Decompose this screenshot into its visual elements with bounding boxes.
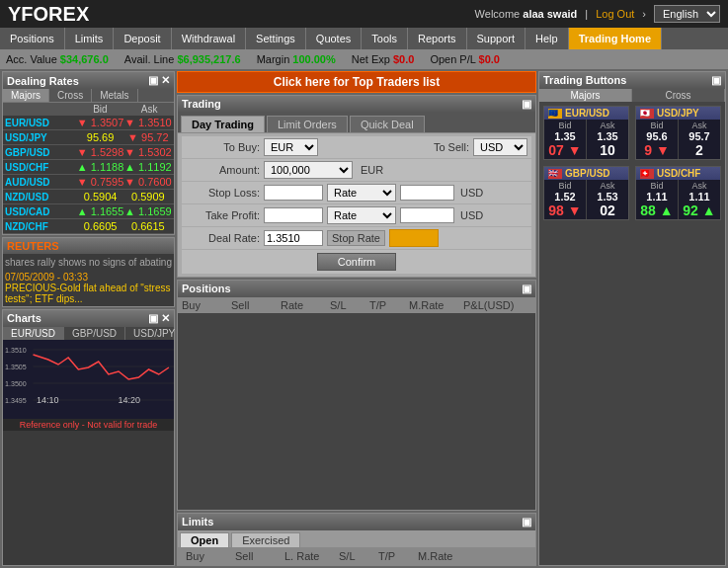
nav-positions[interactable]: Positions (0, 28, 65, 49)
chart-note: Reference only - Not valid for trade (3, 419, 174, 431)
usdjpy-bid-sub: 9 ▼ (637, 142, 677, 158)
eurusd-bid-label: Bid (545, 121, 585, 130)
deal-rate-label: Deal Rate: (186, 232, 260, 244)
tb-tab-cross[interactable]: Cross (632, 89, 725, 102)
deal-rate-row: Deal Rate: Stop Rate (182, 227, 531, 249)
stop-loss-value[interactable] (400, 185, 454, 201)
trading-header: Trading ▣ (178, 96, 535, 113)
gbpusd-ask-main: 1.53 (588, 191, 627, 203)
col-buy: Buy (182, 299, 221, 311)
pair-button-usdjpy[interactable]: 🇯🇵 USD/JPY Bid 95.6 9 ▼ Ask 95.7 2 (635, 106, 721, 160)
eurusd-flag: 🇪🇺 (548, 109, 562, 119)
positions-header: Positions ▣ (178, 281, 535, 297)
stop-loss-input[interactable] (264, 185, 323, 201)
limits-tab-open[interactable]: Open (180, 532, 229, 547)
tb-controls: ▣ (711, 74, 721, 87)
col-tp: T/P (369, 299, 399, 311)
to-buy-select[interactable]: EUR (264, 138, 318, 156)
pair-button-eurusd[interactable]: 🇪🇺 EUR/USD Bid 1.35 07 ▼ Ask 1.35 10 (543, 106, 629, 160)
tab-limit-orders[interactable]: Limit Orders (267, 116, 348, 132)
eurusd-ask-sub: 10 (588, 142, 627, 158)
take-profit-input[interactable] (264, 207, 323, 223)
username: alaa swaid (523, 8, 577, 20)
usdjpy-ask-main: 95.7 (680, 130, 719, 142)
col-sl: S/L (330, 299, 360, 311)
rate-row-audusd[interactable]: AUD/USD ▼ 0.7595 ▼ 0.7600 (3, 175, 174, 190)
limits-tab-exercised[interactable]: Exercised (231, 532, 300, 547)
pair-button-gbpusd[interactable]: 🇬🇧 GBP/USD Bid 1.52 98 ▼ Ask 1.53 02 (543, 166, 629, 220)
rate-row-eurusd[interactable]: EUR/USD ▼ 1.3507 ▼ 1.3510 (3, 116, 174, 130)
eurusd-ask-main: 1.35 (588, 130, 627, 142)
chart-tabs: EUR/USD GBP/USD USD/JPY (3, 327, 174, 340)
lcol-sell: Sell (235, 550, 275, 562)
header: YFOREX Welcome alaa swaid | Log Out › En… (0, 0, 728, 28)
tab-day-trading[interactable]: Day Trading (181, 116, 265, 132)
main-content: Dealing Rates ▣ ✕ Majors Cross Metals Bi… (0, 69, 728, 568)
stop-loss-rate-select[interactable]: Rate (327, 184, 396, 202)
rate-row-usdcad[interactable]: USD/CAD ▲ 1.1655 ▲ 1.1659 (3, 204, 174, 219)
center-panel: Click here for Top Traders list Trading … (177, 71, 536, 566)
usdchf-pair-label: USD/CHF (657, 168, 700, 179)
chart-tab-gbpusd[interactable]: GBP/USD (64, 327, 125, 340)
stop-rate-button[interactable]: Stop Rate (327, 230, 385, 246)
chart-tab-eurusd[interactable]: EUR/USD (3, 327, 64, 340)
trading-buttons-header: Trading Buttons ▣ (539, 72, 725, 89)
trading-buttons-tabs: Majors Cross (539, 89, 725, 102)
tb-tab-majors[interactable]: Majors (539, 89, 632, 102)
rate-indicator (389, 229, 439, 247)
rate-column-headers: Bid Ask (3, 102, 174, 116)
to-sell-select[interactable]: USD (473, 138, 527, 156)
tab-metals[interactable]: Metals (92, 89, 137, 102)
positions-col-headers: Buy Sell Rate S/L T/P M.Rate P&L(USD) (178, 297, 535, 313)
nav-quotes[interactable]: Quotes (306, 28, 362, 49)
nav-limits[interactable]: Limits (65, 28, 115, 49)
positions-panel: Positions ▣ Buy Sell Rate S/L T/P M.Rate… (177, 280, 536, 511)
rate-row-usdjpy[interactable]: USD/JPY 95.69 ▼ 95.72 (3, 130, 174, 145)
nav-settings[interactable]: Settings (246, 28, 306, 49)
rate-row-nzdusd[interactable]: NZD/USD 0.5904 0.5909 (3, 190, 174, 204)
take-profit-rate-select[interactable]: Rate (327, 206, 396, 224)
nav-withdrawal[interactable]: Withdrawal (172, 28, 246, 49)
confirm-button[interactable]: Confirm (317, 253, 397, 271)
gbpusd-bid-main: 1.52 (545, 191, 585, 203)
pair-button-usdchf[interactable]: 🇨🇭 USD/CHF Bid 1.11 88 ▲ Ask 1.11 92 ▲ (635, 166, 721, 220)
nav-help[interactable]: Help (526, 28, 569, 49)
time-label-1: 14:10 (37, 395, 59, 405)
left-panel: Dealing Rates ▣ ✕ Majors Cross Metals Bi… (2, 71, 175, 566)
limits-panel: Limits ▣ Open Exercised Buy Sell L. Rate… (177, 513, 536, 566)
tab-quick-deal[interactable]: Quick Deal (350, 116, 425, 132)
logout-link[interactable]: Log Out (596, 8, 634, 20)
rate-row-usdchf[interactable]: USD/CHF ▲ 1.1188 ▲ 1.1192 (3, 160, 174, 175)
logo: YFOREX (8, 3, 89, 26)
nav-tools[interactable]: Tools (362, 28, 408, 49)
tab-majors[interactable]: Majors (3, 89, 49, 102)
nav-deposit[interactable]: Deposit (114, 28, 171, 49)
positions-controls: ▣ (522, 283, 531, 295)
acc-value: $34,676.0 (60, 53, 109, 65)
col-rate: Rate (281, 299, 320, 311)
language-select[interactable]: English (654, 5, 720, 23)
deal-rate-input[interactable] (264, 230, 323, 246)
top-traders-banner[interactable]: Click here for Top Traders list (177, 71, 536, 93)
welcome-text: Welcome alaa swaid (475, 8, 578, 20)
tab-cross[interactable]: Cross (49, 89, 92, 102)
chart-tab-usdjpy[interactable]: USD/JPY (125, 327, 184, 340)
take-profit-value[interactable] (400, 207, 454, 223)
stop-loss-row: Stop Loss: Rate USD (182, 182, 531, 203)
stop-loss-usd: USD (460, 187, 483, 199)
chart-controls: ▣ ✕ (148, 312, 170, 325)
amount-label: Amount: (186, 164, 260, 176)
nav-reports[interactable]: Reports (408, 28, 467, 49)
usdchf-bid-sub: 88 ▲ (637, 203, 677, 218)
net-exp: $0.0 (393, 53, 414, 65)
rate-row-nzdchf[interactable]: NZD/CHF 0.6605 0.6615 (3, 219, 174, 234)
nav-support[interactable]: Support (467, 28, 526, 49)
amount-select[interactable]: 100,000 (264, 161, 353, 179)
svg-text:1.3500: 1.3500 (5, 380, 27, 387)
usdjpy-bid-label: Bid (637, 121, 677, 130)
rate-row-gbpusd[interactable]: GBP/USD ▼ 1.5298 ▼ 1.5302 (3, 145, 174, 160)
usdjpy-ask-sub: 2 (680, 142, 719, 158)
usdchf-ask-main: 1.11 (680, 191, 719, 203)
nav-trading-home[interactable]: Trading Home (569, 28, 662, 49)
stop-loss-label: Stop Loss: (186, 187, 260, 199)
